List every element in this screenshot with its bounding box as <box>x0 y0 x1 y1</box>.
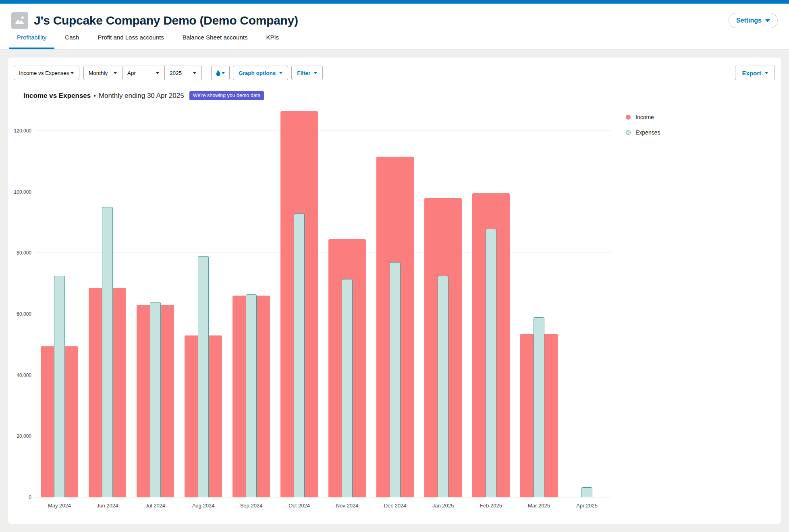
report-card: Income vs Expenses Monthly Apr 2025 <box>8 58 781 524</box>
tab-profitability[interactable]: Profitability <box>17 34 46 49</box>
chevron-down-icon <box>193 72 197 74</box>
chevron-down-icon <box>113 72 117 74</box>
expenses-bar-jun-2024[interactable] <box>102 207 113 497</box>
legend-item-income[interactable]: Income <box>626 114 660 120</box>
x-axis-tick-label: Jan 2025 <box>417 503 469 509</box>
expenses-bar-feb-2025[interactable] <box>486 229 496 497</box>
expenses-bar-may-2024[interactable] <box>54 276 65 497</box>
month-dropdown[interactable]: Apr <box>123 66 165 80</box>
period-dropdown-value: Monthly <box>89 70 108 76</box>
expenses-bar-dec-2024[interactable] <box>390 262 401 497</box>
export-button[interactable]: Export <box>735 66 775 80</box>
y-axis-tick-label: 40,000 <box>6 373 31 378</box>
x-axis-tick-label: Mar 2025 <box>513 503 565 509</box>
chevron-down-icon <box>765 19 770 22</box>
x-axis-tick-label: Jun 2024 <box>81 503 134 509</box>
expenses-legend-marker-icon <box>626 130 631 135</box>
page-title: J's Cupcake Company Demo (Demo Company) <box>34 14 298 27</box>
settings-button[interactable]: Settings <box>729 13 778 28</box>
color-theme-button[interactable] <box>211 66 230 80</box>
chevron-down-icon <box>70 72 74 74</box>
tab-bar: ProfitabilityCashProfit and Loss account… <box>0 34 789 49</box>
graph-options-label: Graph options <box>239 70 276 76</box>
income-legend-marker-icon <box>626 115 631 120</box>
x-axis-tick-label: Apr 2025 <box>561 503 613 509</box>
top-accent-bar <box>0 0 789 4</box>
x-axis-tick-label: Dec 2024 <box>369 503 421 509</box>
graph-options-button[interactable]: Graph options <box>233 66 288 80</box>
y-axis-tick-label: 80,000 <box>6 250 31 256</box>
tab-kpis[interactable]: KPIs <box>266 34 279 49</box>
month-dropdown-value: Apr <box>127 70 136 76</box>
tab-profit-and-loss-accounts[interactable]: Profit and Loss accounts <box>98 34 164 49</box>
x-axis-tick-label: Nov 2024 <box>321 503 374 509</box>
chevron-down-icon <box>222 72 225 74</box>
demo-data-badge: We're showing you demo data <box>189 91 264 100</box>
expenses-bar-jul-2024[interactable] <box>150 302 161 497</box>
company-logo-placeholder-icon[interactable] <box>11 12 28 29</box>
expenses-bar-aug-2024[interactable] <box>198 256 209 497</box>
y-axis-tick-label: 0 <box>6 495 31 500</box>
gridline <box>35 192 611 192</box>
income-legend-label: Income <box>635 114 654 120</box>
chevron-down-icon <box>279 72 282 74</box>
expenses-bar-jan-2025[interactable] <box>438 276 448 497</box>
expenses-legend-label: Expenses <box>635 129 660 136</box>
period-dropdown[interactable]: Monthly <box>83 66 123 80</box>
expenses-bar-nov-2024[interactable] <box>342 279 353 497</box>
expenses-bar-mar-2025[interactable] <box>534 317 544 498</box>
main-content: Income vs Expenses Monthly Apr 2025 <box>0 50 789 532</box>
chevron-down-icon <box>765 72 768 74</box>
tab-balance-sheet-accounts[interactable]: Balance Sheet accounts <box>183 34 248 49</box>
y-axis-tick-label: 100,000 <box>6 189 31 195</box>
chart-title-separator: • <box>93 92 96 99</box>
expenses-bar-oct-2024[interactable] <box>294 213 305 497</box>
y-axis-tick-label: 60,000 <box>6 311 31 317</box>
y-axis-tick-label: 120,000 <box>6 128 31 134</box>
gridline <box>35 130 611 131</box>
gridline <box>35 253 611 253</box>
expenses-bar-apr-2025[interactable] <box>581 487 592 497</box>
y-axis-tick-label: 20,000 <box>6 433 31 439</box>
x-axis-tick-label: Sep 2024 <box>225 503 278 509</box>
chevron-down-icon <box>156 72 160 74</box>
tab-cash[interactable]: Cash <box>65 34 79 49</box>
settings-button-label: Settings <box>736 17 762 24</box>
x-axis-tick-label: Feb 2025 <box>465 503 517 509</box>
export-label: Export <box>742 70 761 77</box>
x-axis-tick-label: Jul 2024 <box>129 503 182 509</box>
chart-legend: Income Expenses <box>626 114 660 145</box>
chevron-down-icon <box>314 72 317 74</box>
year-dropdown[interactable]: 2025 <box>165 66 202 80</box>
chart-subtitle: Monthly ending 30 Apr 2025 <box>99 92 184 100</box>
x-axis-tick-label: May 2024 <box>33 503 86 509</box>
chart-type-dropdown[interactable]: Income vs Expenses <box>14 66 79 80</box>
filter-label: Filter <box>297 70 310 76</box>
chart-type-dropdown-value: Income vs Expenses <box>19 70 69 76</box>
chart-toolbar: Income vs Expenses Monthly Apr 2025 <box>8 58 781 80</box>
filter-button[interactable]: Filter <box>291 66 323 80</box>
x-axis-tick-label: Aug 2024 <box>177 503 230 509</box>
droplet-icon <box>216 70 220 76</box>
expenses-bar-sep-2024[interactable] <box>246 294 257 497</box>
period-selector-group: Monthly Apr 2025 <box>83 66 202 80</box>
chart-title: Income vs Expenses <box>23 92 91 100</box>
legend-item-expenses[interactable]: Expenses <box>626 129 660 136</box>
header: J's Cupcake Company Demo (Demo Company) … <box>0 4 789 50</box>
year-dropdown-value: 2025 <box>170 70 182 76</box>
x-axis-tick-label: Oct 2024 <box>273 503 326 509</box>
bar-chart-plot-area: 020,00040,00060,00080,000100,000120,000M… <box>35 110 611 497</box>
chart-header: Income vs Expenses • Monthly ending 30 A… <box>23 91 264 100</box>
